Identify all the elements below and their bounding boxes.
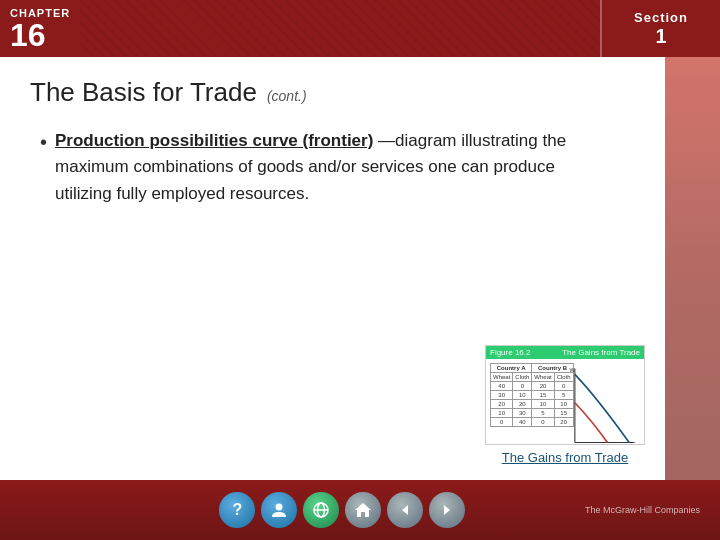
page-title: The Basis for Trade	[30, 77, 257, 108]
fig-header-right: The Gains from Trade	[562, 348, 640, 357]
chapter-badge: CHAPTER 16	[0, 0, 80, 57]
section-badge: Section 1	[600, 0, 720, 57]
page-title-container: The Basis for Trade (cont.)	[30, 77, 690, 108]
main-content: The Basis for Trade (cont.) • Production…	[0, 57, 720, 480]
fig-header: Figure 16.2 The Gains from Trade	[486, 346, 644, 359]
bottom-bar: ? T	[0, 480, 720, 540]
bullet-dot: •	[40, 128, 47, 156]
nav-question-button[interactable]: ?	[219, 492, 255, 528]
top-bar: CHAPTER 16 Section 1	[0, 0, 720, 57]
nav-globe-button[interactable]	[303, 492, 339, 528]
section-label: Section	[634, 10, 688, 25]
figure-area: Figure 16.2 The Gains from Trade Country…	[475, 345, 655, 465]
nav-icons: ?	[100, 492, 585, 528]
figure-link[interactable]: The Gains from Trade	[475, 450, 655, 465]
fig-header-left: Figure 16.2	[490, 348, 530, 357]
fig-table: Country ACountry B WheatClothWheatCloth …	[490, 363, 560, 445]
svg-point-4	[276, 504, 283, 511]
page-title-cont: (cont.)	[267, 88, 307, 104]
fig-chart: W C	[564, 363, 640, 445]
chapter-number: 16	[10, 19, 46, 51]
figure-thumbnail: Figure 16.2 The Gains from Trade Country…	[485, 345, 645, 445]
top-bar-center	[80, 0, 600, 57]
svg-marker-9	[402, 505, 408, 515]
nav-home-button[interactable]	[345, 492, 381, 528]
svg-marker-8	[355, 503, 371, 517]
nav-prev-button[interactable]	[387, 492, 423, 528]
fig-body: Country ACountry B WheatClothWheatCloth …	[486, 359, 644, 445]
svg-text:C: C	[631, 443, 635, 445]
svg-text:W: W	[569, 367, 575, 373]
branding-logo: The McGraw-Hill Companies	[585, 505, 700, 515]
right-decorative-strip	[665, 57, 720, 480]
bullet-term: Production possibilities curve (frontier…	[55, 131, 373, 150]
nav-next-button[interactable]	[429, 492, 465, 528]
section-number: 1	[655, 25, 666, 48]
bullet-section: • Production possibilities curve (fronti…	[40, 128, 690, 207]
svg-marker-10	[444, 505, 450, 515]
nav-person-button[interactable]	[261, 492, 297, 528]
bullet-item: • Production possibilities curve (fronti…	[40, 128, 690, 207]
bullet-text: Production possibilities curve (frontier…	[55, 128, 605, 207]
